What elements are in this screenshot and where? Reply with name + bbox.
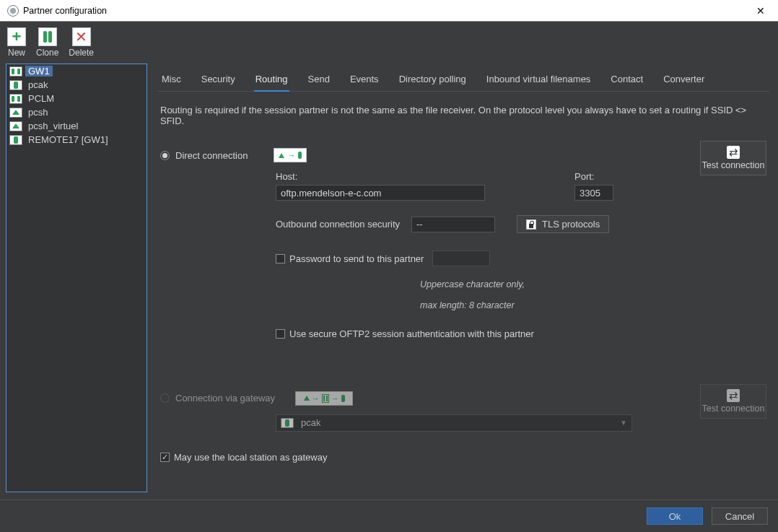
tab-send[interactable]: Send	[307, 69, 331, 91]
sidebar-item-pcsh-virtuel[interactable]: pcsh_virtuel	[6, 119, 147, 133]
password-hint-2: max length: 8 character	[420, 299, 700, 313]
plus-icon: +	[7, 27, 26, 46]
sidebar-item-label: GW1	[25, 66, 53, 77]
routing-help-text: Routing is required if the session partn…	[157, 92, 769, 135]
tab-events[interactable]: Events	[349, 69, 380, 91]
tab-routing[interactable]: Routing	[254, 69, 289, 92]
partner-icon	[9, 80, 22, 90]
tls-protocols-button[interactable]: TLS protocols	[517, 215, 609, 233]
secure-oftp2-label: Use secure OFTP2 session authentication …	[289, 328, 534, 339]
tab-bar: MiscSecurityRoutingSendEventsDirectory p…	[157, 64, 769, 92]
sidebar-item-pclm[interactable]: PCLM	[6, 92, 147, 105]
partner-list[interactable]: GW1pcakPCLMpcshpcsh_virtuelREMOTE17 [GW1…	[6, 64, 147, 492]
close-icon[interactable]: ✕	[746, 5, 775, 17]
ok-button[interactable]: Ok	[647, 507, 703, 525]
toolbar: + New Clone ✕ Delete	[0, 22, 778, 64]
test-connection-icon: ⇄	[727, 146, 740, 159]
sidebar-item-remote17-gw1-[interactable]: REMOTE17 [GW1]	[6, 133, 147, 147]
new-label: New	[8, 48, 25, 58]
delete-button[interactable]: ✕ Delete	[69, 27, 94, 58]
gateway-connection-radio[interactable]	[160, 393, 170, 403]
test-connection-icon: ⇄	[727, 389, 740, 402]
local-gateway-label: May use the local station as gateway	[174, 452, 327, 463]
tls-protocols-label: TLS protocols	[542, 219, 600, 230]
cancel-button[interactable]: Cancel	[712, 507, 768, 525]
clone-button[interactable]: Clone	[36, 27, 58, 58]
tab-directory-polling[interactable]: Directory polling	[398, 69, 468, 91]
sidebar-item-label: pcak	[25, 79, 51, 90]
direct-connection-label: Direct connection	[175, 150, 248, 161]
tab-contact[interactable]: Contact	[609, 69, 644, 91]
clone-label: Clone	[36, 48, 58, 58]
test-gateway-connection-button: ⇄ Test connection	[700, 384, 766, 419]
password-label: Password to send to this partner	[289, 253, 424, 264]
password-checkbox[interactable]	[276, 254, 285, 263]
delete-icon: ✕	[72, 27, 91, 46]
tab-security[interactable]: Security	[200, 69, 237, 91]
sidebar-item-gw1[interactable]: GW1	[6, 64, 147, 78]
sidebar-item-label: REMOTE17 [GW1]	[25, 134, 111, 145]
test-connection-button[interactable]: ⇄ Test connection	[700, 141, 766, 175]
tab-misc[interactable]: Misc	[160, 69, 183, 91]
partner-icon	[9, 108, 22, 118]
gateway-select-value: pcak	[301, 417, 320, 428]
secure-oftp2-checkbox[interactable]	[276, 329, 285, 339]
sidebar-item-label: pcsh	[25, 107, 51, 118]
dialog-button-bar: Ok Cancel	[0, 500, 778, 532]
sidebar-item-label: pcsh_virtuel	[25, 121, 81, 131]
title-bar: Partner configuration ✕	[0, 0, 778, 22]
tab-converter[interactable]: Converter	[662, 69, 706, 91]
test-connection-label: Test connection	[702, 160, 765, 170]
port-label: Port:	[574, 171, 613, 182]
tab-inbound-virtual-filenames[interactable]: Inbound virtual filenames	[485, 69, 593, 91]
clone-icon	[38, 27, 57, 46]
new-button[interactable]: + New	[7, 27, 26, 58]
chevron-down-icon: ▼	[620, 419, 627, 427]
app-icon	[7, 5, 19, 17]
window-title: Partner configuration	[23, 6, 746, 16]
partner-icon	[9, 94, 22, 104]
lock-icon	[526, 219, 536, 230]
password-hint-1: Uppercase character only,	[420, 278, 700, 292]
host-label: Host:	[276, 171, 485, 182]
direct-connection-radio[interactable]	[160, 151, 170, 160]
direct-connection-icon: →	[274, 148, 307, 162]
sidebar-item-pcak[interactable]: pcak	[6, 78, 147, 92]
gateway-connection-label: Connection via gateway	[175, 393, 275, 404]
port-input[interactable]	[574, 185, 613, 201]
gateway-connection-icon: →→	[295, 391, 353, 406]
outbound-security-label: Outbound connection security	[276, 219, 400, 230]
password-input[interactable]	[432, 250, 490, 266]
test-gateway-label: Test connection	[702, 404, 765, 414]
delete-label: Delete	[69, 48, 94, 58]
host-input[interactable]	[276, 185, 485, 201]
partner-icon	[9, 135, 22, 145]
outbound-security-select[interactable]	[411, 217, 495, 232]
sidebar-item-label: PCLM	[25, 93, 57, 104]
gateway-select[interactable]: pcak ▼	[276, 414, 632, 432]
sidebar-item-pcsh[interactable]: pcsh	[6, 105, 147, 119]
local-gateway-checkbox[interactable]	[160, 453, 170, 462]
partner-icon	[281, 418, 294, 428]
partner-icon	[9, 121, 22, 131]
partner-icon	[9, 66, 22, 77]
